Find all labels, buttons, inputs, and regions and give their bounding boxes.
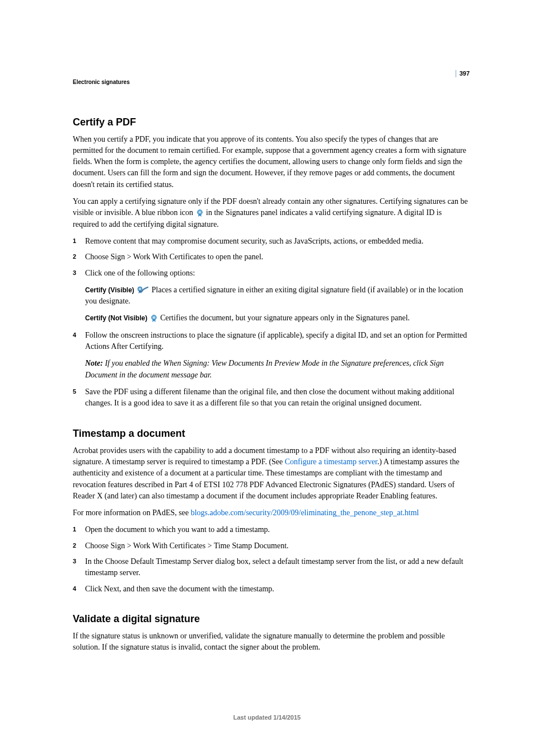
- heading-timestamp: Timestamp a document: [73, 426, 470, 441]
- heading-certify: Certify a PDF: [73, 115, 470, 129]
- page-footer: Last updated 1/14/2015: [0, 713, 534, 722]
- list-item: 1Remove content that may compromise docu…: [73, 236, 470, 247]
- list-item: 4Follow the onscreen instructions to pla…: [73, 330, 470, 353]
- list-item: 5Save the PDF using a different filename…: [73, 386, 470, 409]
- list-text: Save the PDF using a different filename …: [85, 388, 455, 407]
- svg-point-3: [139, 288, 141, 290]
- list-number: 4: [73, 330, 76, 341]
- list-text: Choose Sign > Work With Certificates > T…: [85, 542, 289, 550]
- link-pades-blog[interactable]: blogs.adobe.com/security/2009/09/elimina…: [191, 508, 419, 517]
- list-number: 1: [73, 236, 76, 247]
- list-number: 3: [73, 556, 76, 567]
- certify-visible-icon: [137, 286, 148, 295]
- list-item: 3In the Choose Default Timestamp Server …: [73, 556, 470, 579]
- heading-validate: Validate a digital signature: [73, 612, 470, 626]
- list-number: 2: [73, 540, 76, 552]
- option-description: Certify (Visible) Places a certified sig…: [85, 284, 470, 307]
- blue-ribbon-icon: [196, 209, 203, 217]
- text-fragment: For more information on PAdES, see: [73, 508, 191, 517]
- ordered-list: 1Remove content that may compromise docu…: [73, 236, 470, 279]
- body-text: If the signature status is unknown or un…: [73, 631, 470, 654]
- list-number: 4: [73, 584, 76, 595]
- note-text: If you enabled the When Signing: View Do…: [85, 359, 444, 379]
- list-text: Follow the onscreen instructions to plac…: [85, 331, 467, 351]
- list-item: 3Click one of the following options:: [73, 268, 470, 279]
- list-text: Open the document to which you want to a…: [85, 525, 270, 534]
- body-text: You can apply a certifying signature onl…: [73, 196, 470, 230]
- list-number: 3: [73, 268, 76, 279]
- option-description: Certify (Not Visible) Certifies the docu…: [85, 312, 470, 324]
- list-text: In the Choose Default Timestamp Server d…: [85, 557, 463, 577]
- certify-not-visible-icon: [151, 315, 157, 323]
- list-item: 2Choose Sign > Work With Certificates to…: [73, 251, 470, 263]
- list-text: Choose Sign > Work With Certificates to …: [85, 253, 263, 261]
- running-header: Electronic signatures: [73, 78, 470, 87]
- option-text: Certifies the document, but your signatu…: [160, 314, 410, 322]
- list-number: 2: [73, 251, 76, 263]
- ordered-list: 4Follow the onscreen instructions to pla…: [73, 330, 470, 353]
- ordered-list: 5Save the PDF using a different filename…: [73, 386, 470, 409]
- body-text: When you certify a PDF, you indicate tha…: [73, 134, 470, 190]
- list-text: Click Next, and then save the document w…: [85, 585, 274, 593]
- option-term: Certify (Not Visible): [85, 314, 147, 322]
- list-number: 1: [73, 524, 76, 535]
- option-term: Certify (Visible): [85, 286, 134, 294]
- document-page: 397 Electronic signatures Certify a PDF …: [0, 0, 534, 756]
- body-text: For more information on PAdES, see blogs…: [73, 507, 470, 519]
- list-item: 1Open the document to which you want to …: [73, 524, 470, 535]
- list-number: 5: [73, 386, 76, 398]
- list-item: 2Choose Sign > Work With Certificates > …: [73, 540, 470, 552]
- note-block: Note: If you enabled the When Signing: V…: [85, 358, 470, 381]
- list-item: 4Click Next, and then save the document …: [73, 584, 470, 595]
- page-number: 397: [456, 70, 470, 77]
- body-text: Acrobat provides users with the capabili…: [73, 445, 470, 502]
- list-text: Click one of the following options:: [85, 269, 195, 277]
- svg-point-5: [153, 316, 155, 319]
- list-text: Remove content that may compromise docum…: [85, 237, 423, 245]
- note-label: Note:: [85, 359, 105, 367]
- link-configure-timestamp[interactable]: Configure a timestamp server: [285, 458, 377, 466]
- svg-point-1: [199, 211, 201, 213]
- ordered-list: 1Open the document to which you want to …: [73, 524, 470, 594]
